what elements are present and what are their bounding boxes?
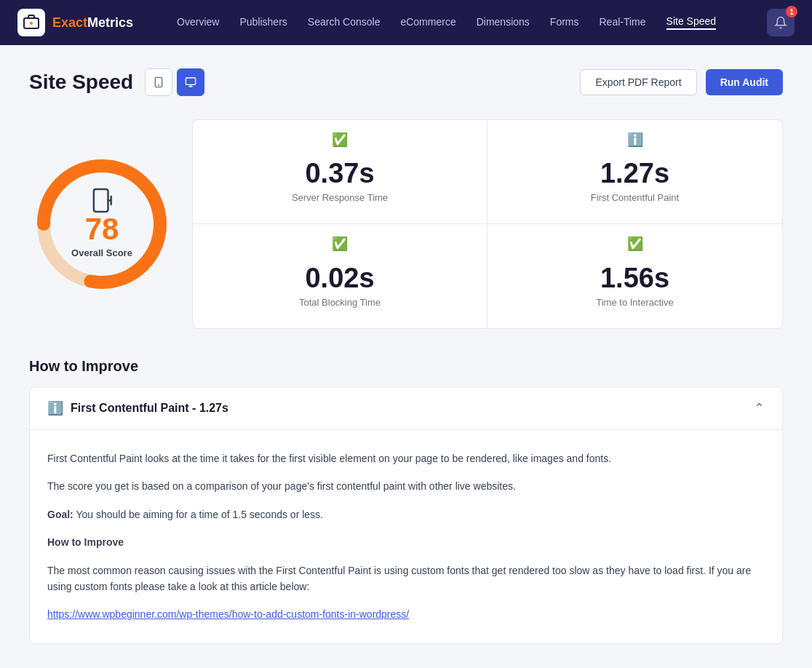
header-right: 1 <box>767 9 795 36</box>
nav-overview[interactable]: Overview <box>177 16 219 29</box>
tti-label: Time to Interactive <box>596 297 673 308</box>
export-pdf-button[interactable]: Export PDF Report <box>580 69 696 95</box>
improve-sub-title: How to Improve <box>47 534 765 550</box>
nav-publishers[interactable]: Publishers <box>239 16 287 29</box>
improve-card-body: First Contentful Paint looks at the time… <box>30 430 782 643</box>
improve-section: How to Improve ℹ️ First Contentful Paint… <box>29 358 783 644</box>
server-response-label: Server Response Time <box>292 192 388 203</box>
donut-center: 78 Overall Score <box>71 191 132 258</box>
nav-site-speed[interactable]: Site Speed <box>666 15 717 30</box>
header-buttons: Export PDF Report Run Audit <box>580 69 783 95</box>
tbt-icon: ✅ <box>332 236 348 252</box>
nav-dimensions[interactable]: Dimensions <box>477 16 530 29</box>
server-response-icon: ✅ <box>332 132 348 148</box>
page-header: Site Speed Export PDF Rep <box>29 68 783 96</box>
improve-para-1: First Contentful Paint looks at the time… <box>47 450 765 466</box>
page-title-area: Site Speed <box>29 68 204 96</box>
server-response-value: 0.37s <box>305 158 374 189</box>
tti-icon: ✅ <box>627 236 643 252</box>
improve-card-fcp: ℹ️ First Contentful Paint - 1.27s ⌃ Firs… <box>29 386 783 644</box>
mobile-device-button[interactable] <box>145 68 172 96</box>
overall-score-label: Overall Score <box>71 247 132 258</box>
device-toggle <box>145 68 204 96</box>
main-content: Site Speed Export PDF Rep <box>0 45 812 667</box>
improve-body-text: The most common reason causing issues wi… <box>47 562 765 595</box>
logo-icon <box>17 9 45 36</box>
notification-badge: 1 <box>786 6 797 17</box>
improve-card-icon: ℹ️ <box>47 400 63 416</box>
improve-card-title: First Contentful Paint - 1.27s <box>71 402 228 415</box>
improve-header-left: ℹ️ First Contentful Paint - 1.27s <box>47 400 228 416</box>
tti-value: 1.56s <box>600 263 669 294</box>
improve-para-2: The score you get is based on a comparis… <box>47 478 765 494</box>
fcp-value: 1.27s <box>600 158 669 189</box>
notification-button[interactable]: 1 <box>767 9 795 36</box>
nav-search-console[interactable]: Search Console <box>308 16 381 29</box>
metric-server-response: ✅ 0.37s Server Response Time <box>193 120 487 224</box>
goal-label: Goal: <box>47 509 73 520</box>
improve-link-para: https://www.wpbeginner.com/wp-themes/how… <box>47 606 765 622</box>
improve-goal: Goal: You should be aiming for a time of… <box>47 506 765 522</box>
run-audit-button[interactable]: Run Audit <box>706 69 783 95</box>
improve-card-header[interactable]: ℹ️ First Contentful Paint - 1.27s ⌃ <box>30 387 782 430</box>
main-header: ExactMetrics Overview Publishers Search … <box>0 0 812 45</box>
goal-text: You should be aiming for a time of 1.5 s… <box>73 509 323 520</box>
fcp-label: First Contentful Paint <box>591 192 679 203</box>
overall-score-value: 78 <box>85 214 119 244</box>
fcp-icon: ℹ️ <box>627 132 643 148</box>
svg-point-1 <box>30 22 33 25</box>
overall-score-donut: 78 Overall Score <box>29 151 175 297</box>
svg-rect-9 <box>94 189 108 212</box>
logo: ExactMetrics <box>17 9 133 36</box>
metrics-grid: ✅ 0.37s Server Response Time ℹ️ 1.27s Fi… <box>192 119 783 329</box>
metric-total-blocking-time: ✅ 0.02s Total Blocking Time <box>193 224 487 328</box>
nav-realtime[interactable]: Real-Time <box>600 16 646 29</box>
nav-ecommerce[interactable]: eCommerce <box>400 16 455 29</box>
improve-link[interactable]: https://www.wpbeginner.com/wp-themes/how… <box>47 608 409 620</box>
logo-text: ExactMetrics <box>52 15 133 31</box>
nav-forms[interactable]: Forms <box>550 16 579 29</box>
score-section: 78 Overall Score ✅ 0.37s Server Response… <box>29 119 783 329</box>
main-nav: Overview Publishers Search Console eComm… <box>177 15 738 30</box>
desktop-device-button[interactable] <box>177 68 204 96</box>
donut-chart: 78 Overall Score <box>29 151 175 297</box>
metric-time-to-interactive: ✅ 1.56s Time to Interactive <box>487 224 782 328</box>
svg-rect-4 <box>186 78 196 84</box>
tbt-label: Total Blocking Time <box>299 297 381 308</box>
tbt-value: 0.02s <box>305 263 374 294</box>
page-title: Site Speed <box>29 71 133 94</box>
improve-section-title: How to Improve <box>29 358 783 375</box>
chevron-up-icon: ⌃ <box>754 400 765 416</box>
metric-first-contentful-paint: ℹ️ 1.27s First Contentful Paint <box>487 120 782 224</box>
